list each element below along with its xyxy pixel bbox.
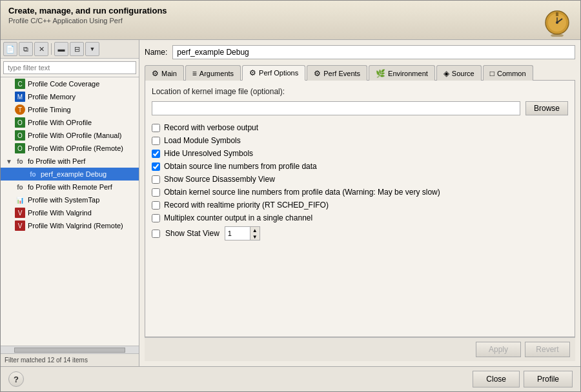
tree-item-label: Profile With OProfile	[28, 119, 92, 126]
name-label: Name:	[145, 48, 167, 57]
arguments-tab-icon: ≡	[192, 69, 197, 78]
tab-environment[interactable]: 🌿 Environment	[369, 65, 435, 81]
horizontal-scrollbar[interactable]	[1, 346, 139, 353]
tab-common[interactable]: □ Common	[483, 65, 533, 81]
hide-unresolved-checkbox-row: Hide Unresolved Symbols	[152, 149, 568, 158]
toolbar-separator	[51, 43, 52, 55]
profile-button[interactable]: Profile	[524, 371, 573, 387]
source-tab-icon: ◈	[443, 69, 449, 78]
tree-item-label: Profile With OProfile (Manual)	[28, 132, 122, 139]
multiplex-checkbox[interactable]	[152, 214, 160, 222]
verbose-checkbox-row: Record with verbose output	[152, 123, 568, 132]
perf-example-icon: fo	[28, 169, 38, 179]
filter-input[interactable]	[3, 61, 136, 74]
realtime-checkbox-row: Record with realtime priority (RT SCHED_…	[152, 201, 568, 210]
spinner-arrows: ▲ ▼	[250, 227, 260, 240]
tree-item-label: fo Profile with Perf	[28, 157, 85, 165]
tab-perf-events[interactable]: ⚙ Perf Events	[307, 65, 367, 81]
memory-icon: M	[15, 92, 25, 102]
tree-item-perf-parent[interactable]: ▼ fo fo Profile with Perf	[1, 155, 139, 168]
name-input[interactable]	[172, 45, 575, 59]
kernel-image-input[interactable]	[152, 101, 520, 115]
kernel-input-row: Browse	[152, 101, 568, 115]
main-tab-icon: ⚙	[152, 69, 159, 78]
tree-item-systemtap[interactable]: 📊 Profile with SystemTap	[1, 193, 139, 206]
help-button[interactable]: ?	[8, 371, 24, 387]
tree-item-label: Profile With OProfile (Remote)	[28, 144, 123, 152]
tree-item-oprofile[interactable]: O Profile With OProfile	[1, 116, 139, 129]
tree-item-perf-example[interactable]: fo perf_example Debug	[1, 168, 139, 181]
tree-item-code-coverage[interactable]: C Profile Code Coverage	[1, 77, 139, 90]
hide-unresolved-label: Hide Unresolved Symbols	[164, 149, 253, 158]
load-symbols-checkbox[interactable]	[152, 137, 160, 145]
tree-item-remote-perf[interactable]: fo fo Profile with Remote Perf	[1, 181, 139, 193]
tree-item-label: Profile with SystemTap	[28, 196, 99, 204]
realtime-label: Record with realtime priority (RT SCHED_…	[164, 201, 329, 210]
footer-buttons: Close Profile	[473, 371, 573, 387]
disassembly-checkbox[interactable]	[152, 175, 160, 184]
revert-button[interactable]: Revert	[525, 342, 570, 357]
kernel-section-label: Location of kernel image file (optional)…	[152, 87, 568, 96]
dialog-header: Create, manage, and run configurations P…	[1, 1, 580, 40]
tab-source[interactable]: ◈ Source	[436, 65, 482, 81]
spinner-up-button[interactable]: ▲	[250, 227, 260, 233]
browse-button[interactable]: Browse	[525, 101, 568, 115]
svg-point-6	[551, 34, 564, 37]
kernel-lines-checkbox-row: Obtain kernel source line numbers from p…	[152, 188, 568, 197]
tab-perf-options[interactable]: ⚙ Perf Options	[242, 65, 305, 81]
new-config-button[interactable]: 📄	[3, 42, 17, 56]
collapse-button[interactable]: ⊟	[70, 42, 84, 56]
kernel-lines-checkbox[interactable]	[152, 188, 160, 197]
menu-button[interactable]: ▼	[85, 42, 99, 56]
stat-checkbox[interactable]	[152, 230, 160, 238]
source-lines-checkbox-row: Obtain source line numbers from profile …	[152, 162, 568, 171]
oprofile-manual-icon: O	[15, 130, 25, 141]
tree-item-valgrind-remote[interactable]: V Profile With Valgrind (Remote)	[1, 219, 139, 232]
verbose-label: Record with verbose output	[164, 123, 258, 132]
tab-arguments-label: Arguments	[199, 70, 234, 77]
tabs-row: ⚙ Main ≡ Arguments ⚙ Perf Options ⚙ Perf…	[145, 64, 575, 81]
tab-common-label: Common	[497, 70, 526, 77]
tree-item-timing[interactable]: T Profile Timing	[1, 103, 139, 116]
load-symbols-label: Load Module Symbols	[164, 136, 241, 145]
close-button[interactable]: Close	[473, 371, 520, 387]
tree-item-valgrind[interactable]: V Profile With Valgrind	[1, 206, 139, 219]
tab-source-label: Source	[452, 70, 474, 77]
verbose-checkbox[interactable]	[152, 124, 160, 132]
svg-point-5	[556, 21, 558, 24]
perf-options-tab-icon: ⚙	[249, 68, 256, 77]
copy-config-button[interactable]: ⧉	[19, 42, 33, 56]
tab-arguments[interactable]: ≡ Arguments	[185, 65, 241, 81]
hide-unresolved-checkbox[interactable]	[152, 150, 160, 158]
realtime-checkbox[interactable]	[152, 201, 160, 210]
source-lines-label: Obtain source line numbers from profile …	[164, 162, 317, 171]
multiplex-label: Multiplex counter output in a single cha…	[164, 213, 312, 222]
dialog-icon	[542, 6, 573, 37]
common-tab-icon: □	[490, 69, 494, 78]
timing-icon: T	[15, 104, 25, 115]
oprofile-icon: O	[15, 117, 25, 128]
tree-item-oprofile-manual[interactable]: O Profile With OProfile (Manual)	[1, 129, 139, 142]
tree-item-label: Profile With Valgrind (Remote)	[28, 222, 123, 230]
tab-perf-options-label: Perf Options	[259, 69, 298, 77]
apply-button[interactable]: Apply	[476, 342, 521, 357]
svg-rect-2	[556, 12, 558, 16]
tree-item-memory[interactable]: M Profile Memory	[1, 90, 139, 103]
source-lines-checkbox[interactable]	[152, 162, 160, 171]
perf-events-tab-icon: ⚙	[314, 69, 321, 78]
kernel-lines-label: Obtain kernel source line numbers from p…	[164, 188, 440, 197]
stat-label: Show Stat View	[165, 229, 219, 238]
tree-item-oprofile-remote[interactable]: O Profile With OProfile (Remote)	[1, 142, 139, 155]
config-tree: C Profile Code Coverage M Profile Memory…	[1, 77, 139, 346]
tab-main[interactable]: ⚙ Main	[145, 65, 184, 81]
tab-perf-events-label: Perf Events	[323, 70, 360, 77]
spinner-down-button[interactable]: ▼	[250, 233, 260, 240]
delete-config-button[interactable]: ✕	[34, 42, 48, 56]
name-row: Name:	[145, 45, 575, 59]
stat-spinner-input[interactable]	[225, 227, 250, 240]
tab-content: Location of kernel image file (optional)…	[145, 81, 575, 337]
filter-config-button[interactable]: ▬	[54, 42, 68, 56]
stat-row: Show Stat View ▲ ▼	[152, 226, 568, 240]
filter-status: Filter matched 12 of 14 items	[1, 353, 139, 366]
stat-spinner: ▲ ▼	[225, 226, 260, 240]
